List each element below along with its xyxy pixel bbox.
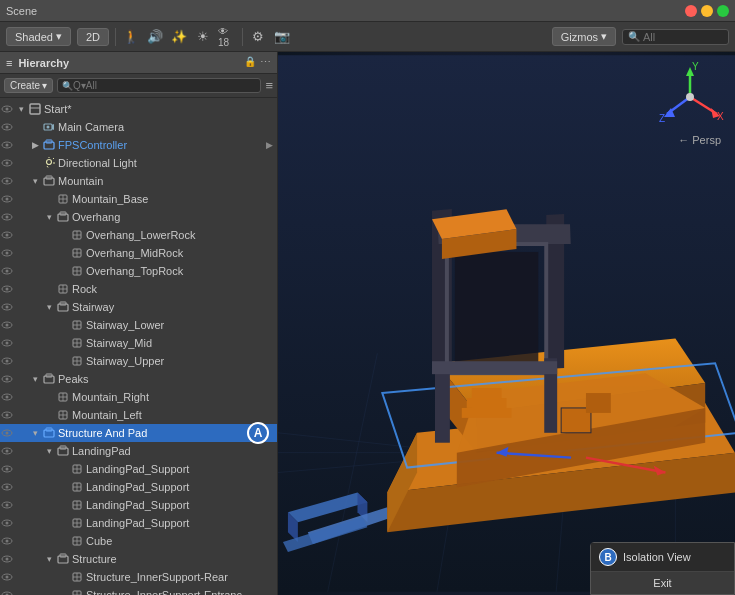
- tree-item-mountain_base[interactable]: Mountain_Base: [0, 190, 277, 208]
- tree-toggle[interactable]: [56, 516, 70, 530]
- visibility-icon[interactable]: [0, 174, 14, 188]
- visibility-icon[interactable]: [0, 426, 14, 440]
- tree-item-structure[interactable]: ▾Structure: [0, 550, 277, 568]
- tree-item-mountain_right[interactable]: Mountain_Right: [0, 388, 277, 406]
- tree-item-landingpad_support4[interactable]: LandingPad_Support: [0, 514, 277, 532]
- close-button[interactable]: [685, 5, 697, 17]
- tree-toggle[interactable]: ▾: [14, 102, 28, 116]
- scene-search[interactable]: 🔍: [622, 29, 729, 45]
- transform-icon[interactable]: ⚙: [249, 28, 267, 46]
- tree-toggle[interactable]: [56, 318, 70, 332]
- tree-item-landing_pad[interactable]: ▾LandingPad: [0, 442, 277, 460]
- visibility-icon[interactable]: [0, 552, 14, 566]
- isolation-view-button[interactable]: B Isolation View: [591, 543, 734, 572]
- scene-view[interactable]: Y X Z ← Persp B Isolation View Exi: [278, 52, 735, 595]
- visibility-icon[interactable]: [0, 228, 14, 242]
- tree-toggle[interactable]: [28, 120, 42, 134]
- panel-menu-icon[interactable]: ⋯: [260, 56, 271, 69]
- visibility-icon[interactable]: [0, 444, 14, 458]
- visibility-icon[interactable]: [0, 318, 14, 332]
- tree-toggle[interactable]: [56, 462, 70, 476]
- fx-icon[interactable]: ✨: [170, 28, 188, 46]
- tree-item-stairway_lower[interactable]: Stairway_Lower: [0, 316, 277, 334]
- visibility-icon[interactable]: [0, 390, 14, 404]
- hierarchy-search-input[interactable]: [73, 80, 256, 91]
- visibility-icon[interactable]: [0, 480, 14, 494]
- visibility-icon[interactable]: [0, 120, 14, 134]
- visibility-icon[interactable]: [0, 300, 14, 314]
- tree-toggle[interactable]: ▾: [42, 444, 56, 458]
- hierarchy-search[interactable]: 🔍: [57, 78, 261, 93]
- tree-toggle[interactable]: [56, 480, 70, 494]
- tree-toggle[interactable]: ▾: [28, 372, 42, 386]
- tree-item-stairway_mid[interactable]: Stairway_Mid: [0, 334, 277, 352]
- tree-item-main_camera[interactable]: Main Camera: [0, 118, 277, 136]
- create-button[interactable]: Create ▾: [4, 78, 53, 93]
- gizmos-dropdown[interactable]: Gizmos ▾: [552, 27, 616, 46]
- tree-item-structure_inner_rear[interactable]: Structure_InnerSupport-Rear: [0, 568, 277, 586]
- tree-toggle[interactable]: [42, 192, 56, 206]
- tree-toggle[interactable]: [28, 156, 42, 170]
- visibility-icon[interactable]: [0, 534, 14, 548]
- visibility-icon[interactable]: [0, 354, 14, 368]
- hierarchy-list-icon[interactable]: ≡: [265, 78, 273, 93]
- visibility-icon[interactable]: [0, 408, 14, 422]
- hierarchy-tree[interactable]: ▾Start*Main Camera▶FPSController▶Directi…: [0, 98, 277, 595]
- tree-item-landingpad_support1[interactable]: LandingPad_Support: [0, 460, 277, 478]
- 2d-button[interactable]: 2D: [77, 28, 109, 46]
- tree-item-cube[interactable]: Cube: [0, 532, 277, 550]
- tree-toggle[interactable]: [56, 228, 70, 242]
- tree-toggle[interactable]: ▾: [42, 210, 56, 224]
- visibility-icon[interactable]: [0, 210, 14, 224]
- snap-icon[interactable]: 📷: [273, 28, 291, 46]
- tree-toggle[interactable]: [42, 390, 56, 404]
- tree-item-fps_controller[interactable]: ▶FPSController▶: [0, 136, 277, 154]
- tree-toggle[interactable]: ▾: [28, 174, 42, 188]
- tree-toggle[interactable]: [56, 246, 70, 260]
- visibility-icon[interactable]: [0, 336, 14, 350]
- visibility-icon[interactable]: [0, 264, 14, 278]
- sun-icon[interactable]: ☀: [194, 28, 212, 46]
- visibility-icon[interactable]: [0, 462, 14, 476]
- tree-item-start[interactable]: ▾Start*: [0, 100, 277, 118]
- tree-item-structure_inner_ent[interactable]: Structure_InnerSupport-Entranc: [0, 586, 277, 595]
- expand-arrow-icon[interactable]: ▶: [266, 140, 273, 150]
- tree-toggle[interactable]: [56, 264, 70, 278]
- scene-search-input[interactable]: [643, 31, 723, 43]
- visibility-icon[interactable]: [0, 246, 14, 260]
- tree-item-mountain[interactable]: ▾Mountain: [0, 172, 277, 190]
- tree-toggle[interactable]: [56, 570, 70, 584]
- tree-toggle[interactable]: ▾: [42, 300, 56, 314]
- visibility-icon[interactable]: [0, 588, 14, 595]
- tree-item-landingpad_support2[interactable]: LandingPad_Support: [0, 478, 277, 496]
- minimize-button[interactable]: [701, 5, 713, 17]
- maximize-button[interactable]: [717, 5, 729, 17]
- tree-item-rock[interactable]: Rock: [0, 280, 277, 298]
- tree-item-directional_light[interactable]: Directional Light: [0, 154, 277, 172]
- walk-icon[interactable]: 🚶: [122, 28, 140, 46]
- visibility-icon[interactable]: [0, 102, 14, 116]
- visibility-icon[interactable]: [0, 516, 14, 530]
- tree-item-overhang_midrock[interactable]: Overhang_MidRock: [0, 244, 277, 262]
- audio-icon[interactable]: 🔊: [146, 28, 164, 46]
- shaded-dropdown[interactable]: Shaded ▾: [6, 27, 71, 46]
- tree-toggle[interactable]: [56, 336, 70, 350]
- tree-item-structure_and_pad[interactable]: ▾Structure And PadA: [0, 424, 277, 442]
- layers-icon[interactable]: 👁 18: [218, 28, 236, 46]
- tree-toggle[interactable]: [56, 354, 70, 368]
- visibility-icon[interactable]: [0, 156, 14, 170]
- tree-item-stairway_upper[interactable]: Stairway_Upper: [0, 352, 277, 370]
- tree-toggle[interactable]: [56, 534, 70, 548]
- visibility-icon[interactable]: [0, 138, 14, 152]
- tree-item-overhang_lowerrock[interactable]: Overhang_LowerRock: [0, 226, 277, 244]
- tree-item-peaks[interactable]: ▾Peaks: [0, 370, 277, 388]
- visibility-icon[interactable]: [0, 570, 14, 584]
- tree-item-overhang_toprock[interactable]: Overhang_TopRock: [0, 262, 277, 280]
- tree-item-landingpad_support3[interactable]: LandingPad_Support: [0, 496, 277, 514]
- tree-toggle[interactable]: ▶: [28, 138, 42, 152]
- tree-toggle[interactable]: ▾: [42, 552, 56, 566]
- visibility-icon[interactable]: [0, 282, 14, 296]
- panel-lock-icon[interactable]: 🔒: [244, 56, 256, 69]
- exit-isolation-button[interactable]: Exit: [591, 572, 734, 594]
- tree-item-overhang[interactable]: ▾Overhang: [0, 208, 277, 226]
